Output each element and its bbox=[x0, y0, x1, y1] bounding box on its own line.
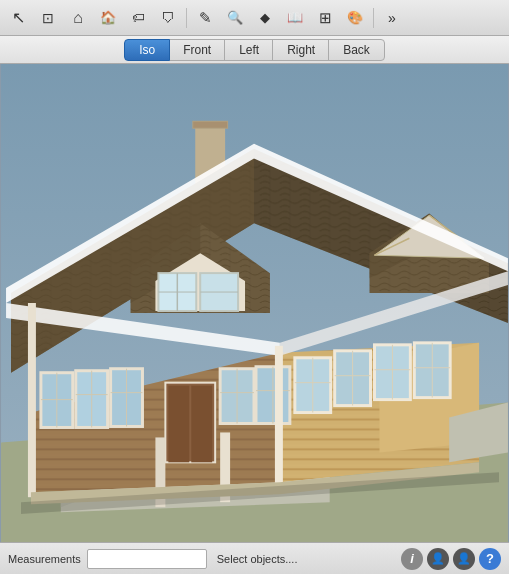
3d-viewport[interactable] bbox=[0, 64, 509, 542]
svg-rect-48 bbox=[168, 386, 189, 463]
svg-rect-72 bbox=[275, 346, 283, 485]
status-icons: i 👤 👤 ? bbox=[401, 548, 501, 570]
info-button[interactable]: i bbox=[401, 548, 423, 570]
layout-button[interactable] bbox=[311, 4, 339, 32]
house-scene bbox=[0, 64, 509, 542]
tab-left[interactable]: Left bbox=[224, 39, 274, 61]
measurements-label: Measurements bbox=[8, 553, 81, 565]
pages-button[interactable] bbox=[281, 4, 309, 32]
tab-iso[interactable]: Iso bbox=[124, 39, 170, 61]
view-tabs-bar: Iso Front Left Right Back bbox=[0, 36, 509, 64]
orbit-tool-button[interactable] bbox=[34, 4, 62, 32]
status-text: Select objects.... bbox=[217, 553, 298, 565]
help-button[interactable]: ? bbox=[479, 548, 501, 570]
svg-rect-71 bbox=[28, 303, 36, 497]
paint-button[interactable] bbox=[341, 4, 369, 32]
materials-button[interactable] bbox=[124, 4, 152, 32]
draw-tool-button[interactable] bbox=[191, 4, 219, 32]
shapes-tool-button[interactable] bbox=[251, 4, 279, 32]
styles-button[interactable] bbox=[154, 4, 182, 32]
components-button[interactable] bbox=[94, 4, 122, 32]
toolbar-separator bbox=[186, 8, 187, 28]
tab-front[interactable]: Front bbox=[168, 39, 226, 61]
toolbar bbox=[0, 0, 509, 36]
model-info-button[interactable]: 👤 bbox=[453, 548, 475, 570]
home-tool-button[interactable] bbox=[64, 4, 92, 32]
svg-rect-49 bbox=[191, 386, 212, 463]
search-tool-button[interactable] bbox=[221, 4, 249, 32]
tab-right[interactable]: Right bbox=[272, 39, 330, 61]
statusbar: Measurements Select objects.... i 👤 👤 ? bbox=[0, 542, 509, 574]
svg-rect-20 bbox=[193, 122, 227, 128]
select-tool-button[interactable] bbox=[4, 4, 32, 32]
instructor-button[interactable]: 👤 bbox=[427, 548, 449, 570]
measurements-input[interactable] bbox=[87, 549, 207, 569]
more-tools-button[interactable] bbox=[378, 4, 406, 32]
toolbar-separator-2 bbox=[373, 8, 374, 28]
tab-back[interactable]: Back bbox=[328, 39, 385, 61]
